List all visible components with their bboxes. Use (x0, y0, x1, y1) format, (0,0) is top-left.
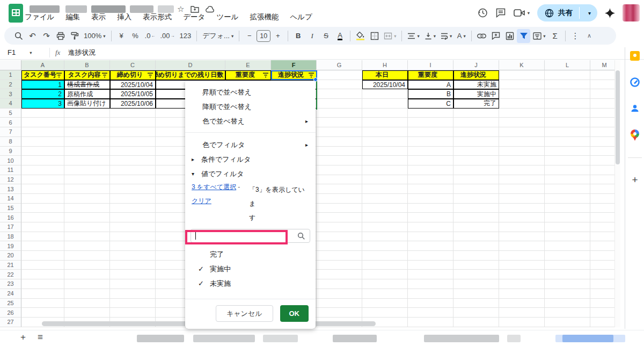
sheet-tab-redacted[interactable] (424, 335, 499, 342)
filter-value-実施中[interactable]: ✓実施中 (185, 262, 316, 276)
formula-input[interactable]: 進捗状況 (68, 48, 96, 57)
cell-H20[interactable] (362, 251, 408, 261)
cell-H1[interactable]: 本日 (362, 70, 408, 80)
cell-J10[interactable] (453, 156, 499, 165)
cell-C17[interactable] (110, 222, 156, 232)
cell-H25[interactable] (362, 299, 408, 308)
menu-item-sort-ascending[interactable]: 昇順で並べ替え (185, 85, 316, 99)
cell-H19[interactable] (362, 241, 408, 251)
row-header-9[interactable]: 9 (0, 147, 21, 156)
cell-L18[interactable] (545, 232, 590, 242)
row-header-7[interactable]: 7 (0, 127, 21, 137)
merge-cells-button[interactable]: ▾ (382, 29, 398, 43)
cell-G2[interactable] (317, 80, 362, 90)
cell-C18[interactable] (110, 232, 156, 242)
cell-C16[interactable] (110, 213, 156, 222)
strikethrough-button[interactable]: S (319, 29, 333, 43)
cell-I8[interactable] (408, 137, 453, 147)
keep-icon[interactable] (630, 51, 640, 61)
cell-H10[interactable] (362, 156, 408, 165)
cell-D1[interactable]: 締め切りまでの残り日数 (156, 70, 225, 80)
print-button[interactable] (54, 29, 67, 43)
cell-H16[interactable] (362, 213, 408, 222)
cell-I4[interactable]: C (408, 99, 453, 109)
menu-help[interactable]: ヘルプ (290, 12, 312, 22)
cell-C15[interactable] (110, 204, 156, 213)
menu-item-filter-by-values[interactable]: ▾ 値でフィルタ (185, 167, 316, 181)
cell-G20[interactable] (317, 251, 362, 261)
borders-button[interactable] (368, 29, 381, 43)
cell-I10[interactable] (408, 156, 453, 165)
row-header-3[interactable]: 3 (0, 89, 21, 99)
gemini-sparkle-icon[interactable] (605, 8, 615, 18)
cell-B12[interactable] (64, 175, 110, 185)
cell-J24[interactable] (453, 289, 499, 299)
cell-H23[interactable] (362, 279, 408, 289)
row-header-16[interactable]: 16 (0, 213, 21, 222)
row-header-6[interactable]: 6 (0, 118, 21, 127)
cell-A6[interactable] (21, 118, 64, 127)
cell-I27[interactable] (408, 318, 453, 327)
row-header-13[interactable]: 13 (0, 184, 21, 194)
sheet-tab-redacted[interactable] (333, 335, 377, 342)
cell-L13[interactable] (545, 184, 590, 194)
cell-G3[interactable] (317, 89, 362, 99)
cell-C25[interactable] (110, 299, 156, 308)
menu-format[interactable]: 表示形式 (143, 12, 172, 22)
cell-A11[interactable] (21, 165, 64, 175)
cell-J17[interactable] (453, 222, 499, 232)
menu-item-sort-by-color[interactable]: 色で並べ替え ▸ (185, 114, 316, 128)
cell-C1[interactable]: 締め切り (110, 70, 156, 80)
cell-G5[interactable] (317, 109, 362, 118)
cell-A1[interactable]: タスク番号 (21, 70, 64, 80)
expand-open-icon[interactable]: ▾ (192, 171, 197, 177)
expand-collapsed-icon[interactable]: ▸ (192, 156, 197, 162)
functions-button[interactable]: Σ (548, 29, 562, 43)
cell-C26[interactable] (110, 308, 156, 318)
cell-C3[interactable]: 2025/10/05 (110, 89, 156, 99)
cell-B21[interactable] (64, 261, 110, 270)
cell-A12[interactable] (21, 175, 64, 185)
tasks-icon[interactable] (630, 77, 640, 88)
row-header-18[interactable]: 18 (0, 232, 21, 242)
cell-B6[interactable] (64, 118, 110, 127)
cell-I25[interactable] (408, 299, 453, 308)
cell-B9[interactable] (64, 147, 110, 156)
row-header-10[interactable]: 10 (0, 156, 21, 165)
text-rotation-button[interactable]: A▾ (455, 29, 468, 43)
decrease-font-size-button[interactable]: − (243, 29, 256, 43)
row-header-25[interactable]: 25 (0, 299, 21, 308)
cell-A22[interactable] (21, 270, 64, 279)
video-call-button[interactable]: ▾ (514, 9, 530, 17)
row-header-24[interactable]: 24 (0, 289, 21, 299)
cell-C10[interactable] (110, 156, 156, 165)
cell-I3[interactable]: B (408, 89, 453, 99)
font-select[interactable]: デフォ...▾ (200, 29, 236, 43)
cell-L7[interactable] (545, 127, 590, 137)
cell-C23[interactable] (110, 279, 156, 289)
cell-K11[interactable] (499, 165, 545, 175)
cell-B19[interactable] (64, 241, 110, 251)
cell-B2[interactable]: 構成書作成 (64, 80, 110, 90)
decrease-decimal-button[interactable]: .0← (143, 29, 158, 43)
sheet-tab-redacted[interactable] (507, 335, 521, 342)
increase-decimal-button[interactable]: .00→ (158, 29, 177, 43)
cell-L11[interactable] (545, 165, 590, 175)
cell-L8[interactable] (545, 137, 590, 147)
cell-I22[interactable] (408, 270, 453, 279)
cell-B10[interactable] (64, 156, 110, 165)
cell-K18[interactable] (499, 232, 545, 242)
row-header-12[interactable]: 12 (0, 175, 21, 185)
cell-I9[interactable] (408, 147, 453, 156)
cell-J15[interactable] (453, 204, 499, 213)
cell-B15[interactable] (64, 204, 110, 213)
sheet-tab-redacted[interactable] (263, 335, 298, 342)
cell-C4[interactable]: 2025/10/06 (110, 99, 156, 109)
cell-K9[interactable] (499, 147, 545, 156)
sheet-tab-redacted[interactable] (137, 335, 184, 342)
cell-I17[interactable] (408, 222, 453, 232)
cell-L25[interactable] (545, 299, 590, 308)
cell-H26[interactable] (362, 308, 408, 318)
row-header-21[interactable]: 21 (0, 261, 21, 270)
row-header-11[interactable]: 11 (0, 165, 21, 175)
